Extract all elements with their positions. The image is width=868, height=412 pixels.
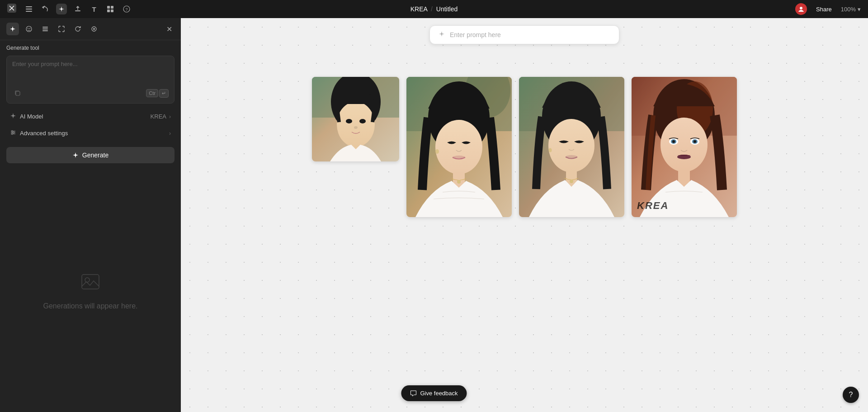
advanced-settings-row[interactable]: Advanced settings › [4,125,177,142]
ai-model-label: AI Model [20,113,43,120]
advanced-settings-label: Advanced settings [20,130,68,137]
help-topbar-icon[interactable]: ? [121,4,132,14]
svg-point-42 [453,156,465,159]
zoom-level: 100% [841,6,856,13]
face-tab-icon[interactable] [23,23,35,35]
svg-point-63 [672,140,675,143]
refresh-panel-icon[interactable] [71,23,84,35]
topbar-right: Share 100% ▾ [795,3,861,15]
zoom-chevron-icon: ▾ [858,6,861,13]
generated-image-1[interactable] [312,77,399,161]
ai-model-left: AI Model [10,113,43,120]
svg-rect-6 [111,6,113,9]
svg-rect-5 [107,6,110,9]
topbar-icons: T ? [24,4,132,14]
svg-point-41 [435,120,482,174]
text-tool-icon[interactable]: T [89,4,99,14]
panel-header: ✕ [0,18,181,40]
prompt-copy-icon[interactable] [12,88,23,99]
svg-point-28 [85,278,90,282]
path-separator: / [431,5,433,13]
ai-model-value: KREA [151,113,166,120]
generate-button[interactable]: Generate [6,147,175,163]
panel-close-icon[interactable]: ✕ [164,24,175,34]
sparkle-icon[interactable] [56,4,67,14]
svg-point-53 [549,148,552,152]
document-title: Untitled [436,5,458,13]
svg-rect-20 [16,91,20,95]
prompt-textarea[interactable] [12,61,169,83]
svg-point-50 [566,155,577,159]
layers-icon[interactable] [24,4,34,14]
share-button[interactable]: Share [812,4,835,14]
zoom-control[interactable]: 100% ▾ [841,6,861,13]
svg-point-32 [337,102,375,147]
svg-point-25 [13,132,14,133]
svg-rect-3 [26,11,32,12]
svg-rect-8 [111,9,113,12]
svg-point-26 [12,133,13,135]
svg-rect-7 [107,9,110,12]
layers-panel-icon[interactable] [39,23,52,35]
svg-point-19 [93,28,95,30]
svg-point-24 [12,131,13,132]
svg-point-44 [457,180,461,184]
generations-placeholder: Generations will appear here. [0,169,181,412]
panel-header-icons [6,23,100,35]
svg-point-52 [570,180,573,183]
advanced-settings-right: › [169,130,171,137]
svg-point-11 [800,7,802,9]
svg-rect-16 [42,28,48,29]
svg-rect-15 [42,27,48,28]
generations-placeholder-text: Generations will appear here. [43,302,137,310]
svg-point-49 [548,119,594,172]
give-feedback-label: Give feedback [420,390,458,397]
ai-model-row[interactable]: AI Model KREA › [4,108,177,125]
image-grid: KREA [312,77,737,217]
svg-point-58 [660,118,708,172]
svg-point-12 [26,26,32,32]
svg-rect-27 [82,275,99,289]
topbar-logo [7,4,16,14]
advanced-settings-left: Advanced settings [10,129,68,137]
help-button[interactable]: ? [843,387,859,403]
svg-point-13 [28,28,28,29]
advanced-settings-chevron-icon: › [169,130,171,137]
upload-icon[interactable] [72,4,83,14]
prompt-area: Ctr ↵ [6,56,175,104]
svg-rect-1 [26,6,32,7]
frames-icon[interactable] [105,4,116,14]
advanced-settings-icon [10,129,16,137]
svg-point-34 [359,119,366,123]
user-avatar[interactable] [795,3,807,15]
generated-image-2[interactable] [406,77,512,217]
enter-key: ↵ [159,89,169,98]
topbar-left: T ? [7,4,132,14]
svg-point-64 [693,140,696,143]
svg-rect-17 [42,30,48,31]
svg-text:?: ? [125,7,127,12]
panel-title: Generate tool [0,40,181,54]
undo-icon[interactable] [40,4,51,14]
krea-watermark: KREA [637,200,669,212]
ai-model-right: KREA › [151,113,171,120]
expand-panel-icon[interactable] [55,23,68,35]
give-feedback-button[interactable]: Give feedback [401,385,467,401]
canvas-area[interactable]: KREA [181,18,868,412]
ai-model-chevron-icon: › [169,114,171,120]
magic-panel-icon[interactable] [88,23,100,35]
generated-image-3[interactable] [519,77,624,217]
left-panel: ✕ Generate tool Ctr ↵ [0,18,181,412]
generate-label: Generate [82,152,108,159]
top-prompt-input[interactable] [450,31,611,38]
generated-image-4[interactable]: KREA [632,77,737,217]
prompt-shortcut: Ctr ↵ [146,89,169,98]
ai-model-icon [10,113,16,120]
topbar-center: KREA / Untitled [410,5,458,13]
placeholder-image-icon [79,271,102,298]
topbar: T ? KREA / Untitled [0,0,868,18]
top-prompt-bar [429,25,619,44]
ctrl-key: Ctr [146,89,158,97]
generate-tab-icon[interactable] [6,23,19,35]
svg-point-45 [435,149,439,154]
